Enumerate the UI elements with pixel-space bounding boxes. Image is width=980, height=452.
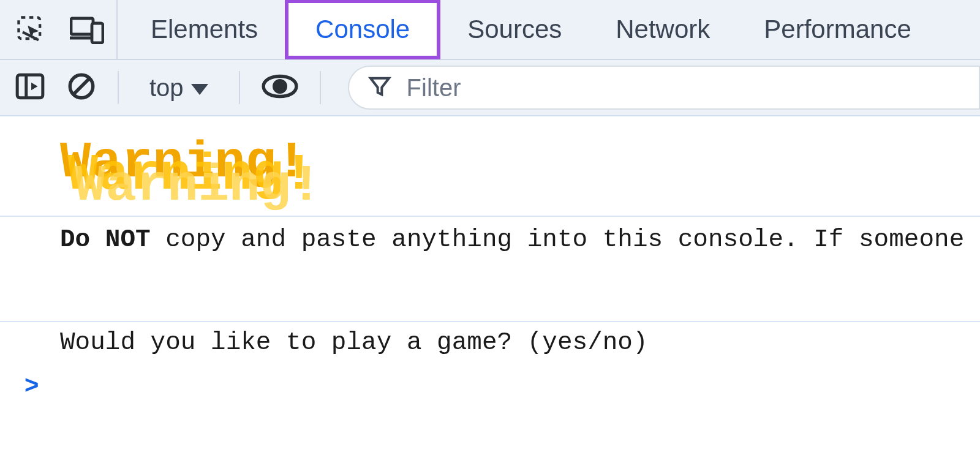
game-prompt-text: Would you like to play a game? (yes/no) — [60, 328, 648, 356]
tab-performance[interactable]: Performance — [737, 0, 938, 59]
console-toolbar: top — [0, 60, 980, 116]
svg-rect-1 — [71, 18, 93, 34]
svg-point-9 — [274, 81, 285, 92]
filter-input[interactable] — [407, 74, 960, 102]
clear-console-icon[interactable] — [66, 71, 97, 104]
console-log-game: Would you like to play a game? (yes/no) — [0, 322, 980, 363]
svg-rect-4 — [17, 75, 43, 98]
execution-context-selector[interactable]: top — [140, 74, 218, 102]
toolbar-separator — [320, 71, 321, 104]
prompt-chevron-icon: > — [24, 371, 39, 399]
svg-rect-3 — [92, 23, 103, 43]
donot-rest: copy and paste anything into this consol… — [151, 225, 965, 254]
svg-line-8 — [74, 79, 89, 94]
warning-banner: Warning! Warning! Warning! — [60, 137, 980, 205]
svg-marker-6 — [31, 83, 37, 91]
device-toolbar-icon[interactable] — [70, 15, 104, 44]
toolbar-separator — [239, 71, 240, 104]
chevron-down-icon — [191, 84, 208, 95]
inspect-element-icon[interactable] — [15, 13, 47, 45]
warning-text-layer3: Warning! — [75, 160, 322, 212]
console-log-donot: Do NOT copy and paste anything into this… — [0, 217, 980, 322]
context-label: top — [149, 74, 184, 102]
devtools-tabs: Elements Console Sources Network Perform… — [124, 0, 938, 59]
tab-sources[interactable]: Sources — [440, 0, 589, 59]
console-input-row[interactable]: > — [0, 363, 980, 399]
toggle-sidebar-icon[interactable] — [15, 71, 45, 104]
tab-network[interactable]: Network — [589, 0, 737, 59]
console-log-warning: Warning! Warning! Warning! — [0, 126, 980, 217]
filter-icon — [368, 74, 392, 101]
live-expression-icon[interactable] — [261, 73, 299, 102]
tab-elements[interactable]: Elements — [124, 0, 285, 59]
filter-box[interactable] — [348, 66, 980, 110]
donot-bold: Do NOT — [60, 225, 151, 254]
toolbar-separator — [118, 71, 119, 104]
devtools-tabbar: Elements Console Sources Network Perform… — [0, 0, 980, 60]
console-output: Warning! Warning! Warning! Do NOT copy a… — [0, 116, 980, 399]
tab-console[interactable]: Console — [285, 0, 440, 59]
inspect-icon-group — [0, 0, 118, 59]
